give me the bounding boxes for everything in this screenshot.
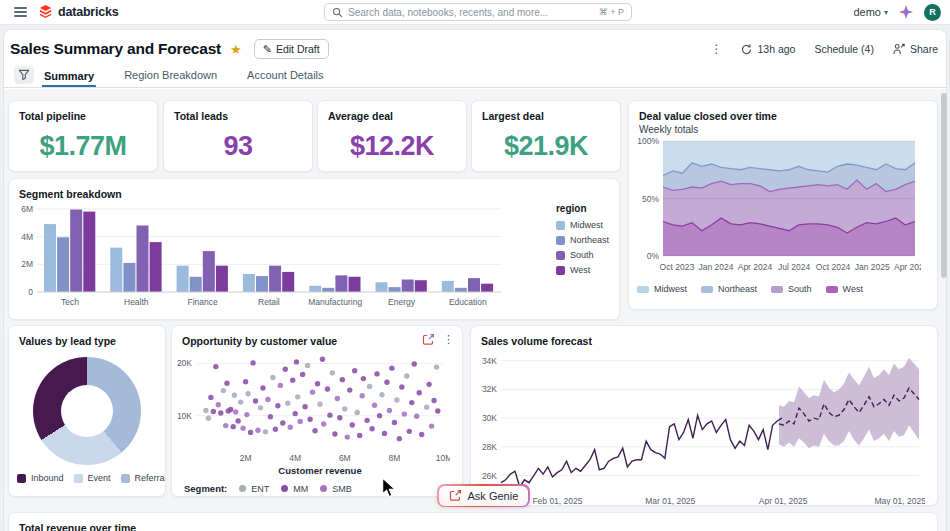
share-button[interactable]: Share [893, 43, 938, 55]
legend-label: West [570, 265, 590, 275]
legend-swatch [556, 236, 565, 245]
search-icon [332, 7, 343, 18]
svg-text:0%: 0% [647, 251, 660, 261]
card-deal-value-over-time: Deal value closed over time Weekly total… [628, 100, 938, 310]
workspace-name: demo [853, 6, 881, 18]
donut-chart[interactable] [9, 357, 165, 465]
stacked-area-chart[interactable]: 0%50%100%Oct 2023Jan 2024Apr 2024Jul 202… [629, 135, 937, 281]
logo-wordmark: databricks [58, 5, 119, 19]
page-title: Sales Summary and Forecast [10, 40, 221, 58]
svg-text:Tech: Tech [61, 297, 79, 307]
donut-ring[interactable] [33, 357, 141, 465]
hamburger-menu-icon[interactable] [14, 7, 27, 18]
schedule-button[interactable]: Schedule (4) [814, 43, 874, 55]
legend-swatch [17, 474, 26, 483]
databricks-logo[interactable]: databricks [38, 4, 119, 19]
legend-label: Inbound [31, 473, 64, 483]
kpi-label: Average deal [318, 101, 466, 122]
schedule-label: Schedule (4) [814, 43, 874, 55]
card-hover-actions: ⋮ [422, 333, 454, 346]
refresh-status[interactable]: 13h ago [741, 43, 795, 55]
legend-item-inbound[interactable]: Inbound [17, 473, 64, 483]
legend-item-west[interactable]: West [556, 265, 609, 275]
card-total-revenue-over-time: Total revenue over time [8, 512, 938, 531]
svg-text:28K: 28K [482, 442, 497, 452]
legend-label: South [570, 250, 594, 260]
chart-title: Sales volume forecast [471, 326, 937, 347]
kpi-card-largest-deal[interactable]: Largest deal $21.9K [471, 100, 621, 172]
legend-swatch [121, 474, 130, 483]
legend-item-event[interactable]: Event [74, 473, 111, 483]
bar-chart-legend: region MidwestNortheastSouthWest [556, 203, 609, 275]
svg-text:Oct 2024: Oct 2024 [816, 262, 851, 272]
svg-text:20K: 20K [177, 358, 192, 368]
overflow-menu-icon[interactable]: ⋮ [710, 42, 722, 56]
legend-item-midwest[interactable]: Midwest [556, 220, 609, 230]
svg-text:Finance: Finance [187, 297, 218, 307]
vertical-scrollbar[interactable] [941, 93, 947, 278]
svg-text:2M: 2M [21, 259, 33, 269]
edit-draft-button[interactable]: ✎ Edit Draft [254, 39, 329, 59]
legend-item-referral[interactable]: Referral [121, 473, 166, 483]
svg-text:10K: 10K [177, 411, 192, 421]
svg-text:30K: 30K [482, 413, 497, 423]
share-icon [893, 43, 905, 55]
legend-item-mm[interactable]: MM [281, 484, 308, 494]
global-search[interactable]: ⌘ + P [324, 3, 632, 21]
grouped-bar-chart[interactable]: 02M4M6MTechHealthFinanceRetailManufactur… [9, 200, 619, 316]
dashboard-header: Sales Summary and Forecast ★ ✎ Edit Draf… [10, 37, 938, 61]
legend-item-midwest[interactable]: Midwest [637, 284, 687, 294]
refresh-icon [741, 44, 752, 55]
assistant-sparkle-icon[interactable] [899, 5, 913, 19]
svg-text:May 01, 2025: May 01, 2025 [874, 496, 925, 506]
legend-item-northeast[interactable]: Northeast [556, 235, 609, 245]
tab-summary[interactable]: Summary [42, 66, 96, 88]
svg-text:Health: Health [124, 297, 149, 307]
svg-text:Feb 01, 2025: Feb 01, 2025 [532, 496, 582, 506]
svg-text:2M: 2M [240, 453, 252, 463]
kpi-card-average-deal[interactable]: Average deal $12.2K [317, 100, 467, 172]
legend-swatch [556, 266, 565, 275]
legend-item-northeast[interactable]: Northeast [701, 284, 757, 294]
ask-genie-button[interactable]: Ask Genie [437, 484, 530, 507]
favorite-star-icon[interactable]: ★ [230, 42, 242, 57]
legend-label: MM [293, 484, 308, 494]
kpi-label: Total leads [164, 101, 312, 122]
svg-text:Apr 2025: Apr 2025 [894, 262, 921, 272]
svg-text:Customer revenue: Customer revenue [278, 465, 361, 476]
legend-item-west[interactable]: West [826, 284, 863, 294]
tab-region-breakdown[interactable]: Region Breakdown [122, 65, 219, 87]
kpi-card-total-leads[interactable]: Total leads 93 [163, 100, 313, 172]
scatter-legend: Segment: ENTMMSMB [172, 483, 462, 494]
legend-label: Midwest [654, 284, 687, 294]
pencil-icon: ✎ [263, 43, 272, 56]
forecast-line-chart[interactable]: 26K28K30K32K34KFeb 01, 2025Mar 01, 2025A… [471, 347, 937, 506]
kpi-value: $12.2K [318, 131, 466, 162]
workspace-dropdown[interactable]: demo ▾ [853, 6, 888, 18]
header-actions: ⋮ 13h ago Schedule (4) Share [710, 42, 938, 56]
donut-legend: InboundEventReferral [9, 465, 165, 483]
svg-text:Mar 01, 2025: Mar 01, 2025 [645, 496, 695, 506]
legend-item-ent[interactable]: ENT [239, 484, 269, 494]
legend-swatch [281, 485, 288, 492]
chart-title: Segment breakdown [9, 179, 619, 200]
svg-text:0: 0 [28, 287, 33, 297]
tab-account-details[interactable]: Account Details [245, 65, 325, 87]
chart-subtitle: Weekly totals [629, 122, 937, 135]
legend-swatch [320, 485, 327, 492]
kpi-card-total-pipeline[interactable]: Total pipeline $1.77M [8, 100, 158, 172]
legend-label: SMB [332, 484, 352, 494]
search-shortcut: ⌘ + P [599, 7, 624, 17]
kpi-value: $21.9K [472, 131, 620, 162]
add-to-genie-icon[interactable] [422, 333, 435, 346]
legend-item-south[interactable]: South [771, 284, 812, 294]
scatter-chart[interactable]: 10K20K2M4M6M8M10MCustomer revenue [172, 347, 462, 483]
filter-button[interactable] [14, 66, 34, 84]
legend-item-smb[interactable]: SMB [320, 484, 352, 494]
svg-text:6M: 6M [21, 204, 33, 214]
avatar[interactable]: R [924, 4, 941, 21]
legend-item-south[interactable]: South [556, 250, 609, 260]
svg-text:10M: 10M [436, 453, 450, 463]
search-input[interactable] [348, 7, 594, 18]
chart-overflow-menu-icon[interactable]: ⋮ [443, 333, 454, 346]
